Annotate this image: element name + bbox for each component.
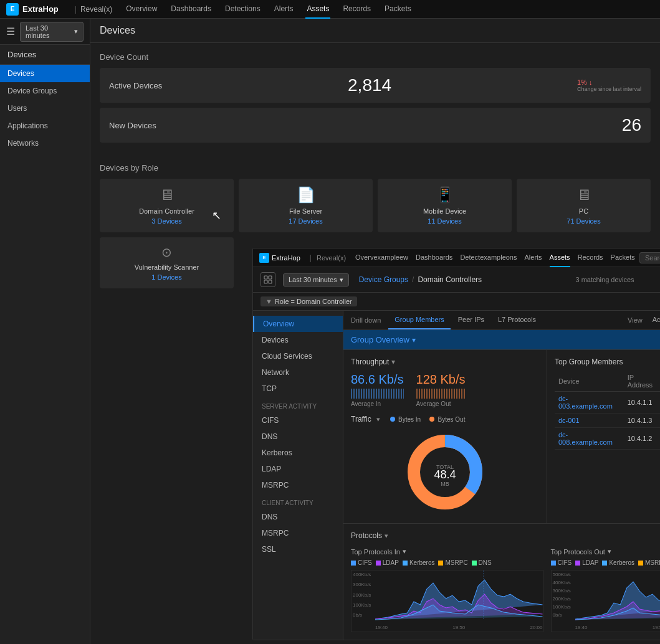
overlay-right-content: Drill down Group Members Peer IPs L7 Pro…	[343, 311, 660, 640]
x-label-out-1940: 19:40	[575, 625, 588, 630]
legend-msrpc-in: MSRPC	[438, 559, 467, 566]
overlay-nav-client-dns[interactable]: DNS	[253, 509, 343, 525]
sidebar-item-devices[interactable]: Devices	[0, 65, 90, 82]
kerberos-in-color	[403, 561, 408, 566]
protocols-in-chart-area: 400Kb/s 300Kb/s 200Kb/s 100Kb/s 0b/s	[351, 570, 543, 632]
group-overview-dropdown-icon: ▾	[412, 336, 416, 344]
avg-in-stat: 86.6 Kb/s Average In	[351, 372, 404, 407]
y-label-200: 200Kb/s	[353, 592, 371, 598]
legend-kerberos-in: Kerberos	[403, 559, 435, 566]
avg-out-stat: 128 Kb/s Average Out	[416, 372, 466, 407]
nav-records[interactable]: Records	[342, 0, 372, 19]
avg-out-label: Average Out	[416, 400, 466, 407]
pc-name: PC	[524, 207, 643, 215]
role-card-domain-controller[interactable]: 🖥 Domain Controller 3 Devices	[100, 179, 234, 232]
overlay-nav-packets[interactable]: Packets	[611, 249, 635, 267]
cell-ip-0: 10.4.1.1	[624, 392, 660, 414]
breadcrumb-parent[interactable]: Device Groups	[359, 275, 408, 284]
table-row[interactable]: dc-003.example.com 10.4.1.1 8,645,002 13…	[555, 392, 660, 414]
overlay-search-input[interactable]	[639, 252, 660, 263]
active-devices-value: 2,814	[348, 75, 391, 95]
kerberos-in-label: Kerberos	[409, 559, 435, 566]
svg-text:MB: MB	[441, 481, 449, 487]
overlay-nav-kerberos[interactable]: Kerberos	[253, 445, 343, 461]
nav-assets[interactable]: Assets	[305, 0, 330, 19]
overlay-nav-ldap[interactable]: LDAP	[253, 461, 343, 477]
nav-alerts[interactable]: Alerts	[273, 0, 295, 19]
sidebar-item-device-groups[interactable]: Device Groups	[0, 82, 90, 100]
overlay-nav-alerts[interactable]: Alerts	[524, 249, 542, 267]
device-count-title: Device Count	[100, 52, 651, 62]
active-devices-change-label: Change since last interval	[577, 86, 641, 92]
protocols-out-chart-area: 500Kb/s 400Kb/s 300Kb/s 200Kb/s 100Kb/s …	[551, 570, 661, 632]
throughput-stats: 86.6 Kb/s Average In 128 Kb/s Average Ou…	[351, 372, 539, 407]
new-devices-card[interactable]: New Devices 26	[100, 108, 651, 143]
table-row[interactable]: dc-001 10.4.1.3 5,845,140 9,395,969	[555, 414, 660, 428]
overlay-nav-client-msrpc[interactable]: MSRPC	[253, 525, 343, 541]
overlay-time-selector[interactable]: Last 30 minutes ▾	[283, 273, 349, 286]
overlay-nav-msrpc[interactable]: MSRPC	[253, 477, 343, 493]
overlay-subheader: Last 30 minutes ▾ Device Groups / Domain…	[253, 267, 660, 293]
group-overview-header[interactable]: Group Overview ▾	[343, 330, 660, 350]
overlay-logo-icon: E	[259, 253, 269, 263]
col-ip[interactable]: IP Address	[624, 371, 660, 392]
app-name: ExtraHop	[22, 4, 59, 14]
mobile-name: Mobile Device	[385, 207, 504, 215]
overlay-nav-network[interactable]: Network	[253, 364, 343, 381]
tab-l7-protocols[interactable]: L7 Protocols	[492, 311, 542, 329]
matching-devices: 3 matching devices	[575, 276, 634, 283]
sidebar-item-users[interactable]: Users	[0, 100, 90, 117]
members-title: Top Group Members	[555, 358, 623, 366]
pc-count: 71 Devices	[524, 217, 643, 225]
menu-icon[interactable]: ☰	[6, 26, 15, 37]
overlay-nav-dashboards[interactable]: Dashboards	[416, 249, 452, 267]
page-title: Devices	[90, 19, 660, 43]
nav-packets[interactable]: Packets	[383, 0, 413, 19]
protocols-out-dropdown: ▾	[608, 547, 611, 556]
table-row[interactable]: dc-008.example.com 10.4.1.2 4,997,508 5,…	[555, 428, 660, 450]
protocols-out-title: Top Protocols Out ▾	[551, 547, 661, 556]
overlay-nav-assets[interactable]: Assets	[550, 249, 570, 267]
legend-ldap-out: LDAP	[575, 559, 598, 566]
nav-detections[interactable]: Detections	[224, 0, 262, 19]
nav-overview[interactable]: Overview	[125, 0, 158, 19]
col-device[interactable]: Device	[555, 371, 624, 392]
active-devices-card[interactable]: Active Devices 2,814 1% ↓ Change since l…	[100, 68, 651, 103]
overlay-nav-cloud-services[interactable]: Cloud Services	[253, 348, 343, 364]
tab-group-members[interactable]: Group Members	[388, 311, 450, 329]
file-server-icon: 📄	[246, 186, 365, 204]
overlay-app-name: ExtraHop	[272, 254, 300, 262]
role-card-vuln-scanner[interactable]: ⊙ Vulnerability Scanner 1 Devices	[100, 237, 234, 288]
overlay-nav-devices[interactable]: Devices	[253, 332, 343, 348]
sidebar-item-applications[interactable]: Applications	[0, 117, 90, 135]
new-devices-label: New Devices	[109, 121, 156, 130]
overlay-nav-overview[interactable]: Overvexampleew	[355, 249, 408, 267]
time-selector[interactable]: Last 30 minutes ▾	[20, 22, 84, 42]
file-server-name: File Server	[246, 207, 365, 215]
tab-activity-map[interactable]: Activity Map	[646, 311, 660, 329]
overlay-nav-records[interactable]: Records	[578, 249, 603, 267]
role-card-mobile[interactable]: 📱 Mobile Device 11 Devices	[378, 179, 512, 232]
overlay-nav-dns[interactable]: DNS	[253, 429, 343, 445]
dns-in-label: DNS	[479, 559, 492, 566]
overlay-nav-detections[interactable]: Detectexampleons	[460, 249, 517, 267]
members-header: Top Group Members ▾	[555, 358, 660, 366]
sidebar-item-networks[interactable]: Networks	[0, 135, 90, 152]
role-card-pc[interactable]: 🖥 PC 71 Devices	[517, 179, 651, 232]
cell-device-2: dc-008.example.com	[555, 428, 624, 450]
tab-peer-ips[interactable]: Peer IPs	[452, 311, 490, 329]
overlay-nav-cifs[interactable]: CIFS	[253, 412, 343, 429]
overlay-nav-tcp[interactable]: TCP	[253, 381, 343, 397]
active-devices-label: Active Devices	[109, 81, 162, 90]
overlay-nav-ssl[interactable]: SSL	[253, 541, 343, 557]
legend-ldap-in: LDAP	[376, 559, 399, 566]
active-devices-change-block: 1% ↓ Change since last interval	[577, 78, 641, 92]
cell-device-1: dc-001	[555, 414, 624, 428]
overlay-nav-overview[interactable]: Overview	[253, 316, 343, 332]
filter-tag[interactable]: ▼ Role = Domain Controller	[261, 296, 357, 306]
nav-dashboards[interactable]: Dashboards	[170, 0, 213, 19]
role-card-file-server[interactable]: 📄 File Server 17 Devices	[239, 179, 373, 232]
app-logo[interactable]: E ExtraHop	[6, 3, 59, 16]
overlay-time-dropdown: ▾	[340, 276, 343, 284]
overview-body: Throughput ▾ 86.6 Kb/s Average In	[343, 350, 660, 523]
